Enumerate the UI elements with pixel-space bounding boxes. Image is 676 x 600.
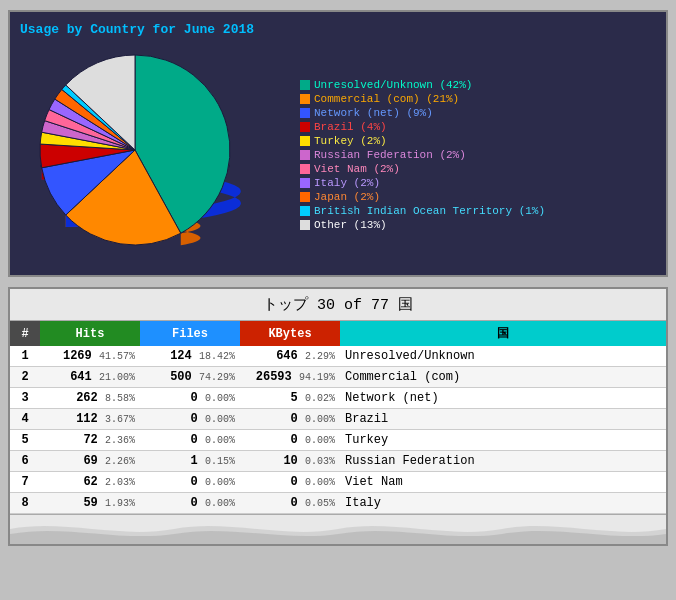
cell-hits: 59 1.93% <box>40 493 140 514</box>
table-row: 4 112 3.67% 0 0.00% 0 0.00% Brazil <box>10 409 666 430</box>
legend-label: Viet Nam (2%) <box>314 163 400 175</box>
chart-area: Unresolved/Unknown (42%)Commercial (com)… <box>20 45 656 265</box>
wave-decoration <box>10 514 666 544</box>
cell-files: 500 74.29% <box>140 367 240 388</box>
legend-label: Commercial (com) (21%) <box>314 93 459 105</box>
table-row: 2 641 21.00% 500 74.29% 26593 94.19% Com… <box>10 367 666 388</box>
col-rank: # <box>10 321 40 346</box>
table-row: 5 72 2.36% 0 0.00% 0 0.00% Turkey <box>10 430 666 451</box>
legend-label: British Indian Ocean Territory (1%) <box>314 205 545 217</box>
legend-item: Turkey (2%) <box>300 135 545 147</box>
cell-rank: 2 <box>10 367 40 388</box>
cell-files: 0 0.00% <box>140 472 240 493</box>
legend-item: Unresolved/Unknown (42%) <box>300 79 545 91</box>
cell-hits: 72 2.36% <box>40 430 140 451</box>
legend-color-box <box>300 108 310 118</box>
legend-item: Commercial (com) (21%) <box>300 93 545 105</box>
table-panel: トップ 30 of 77 国 # Hits Files KBytes 国 1 1… <box>8 287 668 546</box>
legend-label: Network (net) (9%) <box>314 107 433 119</box>
cell-country: Viet Nam <box>340 472 666 493</box>
legend-color-box <box>300 122 310 132</box>
cell-hits: 641 21.00% <box>40 367 140 388</box>
legend-item: Other (13%) <box>300 219 545 231</box>
legend-label: Russian Federation (2%) <box>314 149 466 161</box>
cell-rank: 7 <box>10 472 40 493</box>
table-row: 7 62 2.03% 0 0.00% 0 0.00% Viet Nam <box>10 472 666 493</box>
legend-color-box <box>300 164 310 174</box>
legend-label: Unresolved/Unknown (42%) <box>314 79 472 91</box>
cell-rank: 8 <box>10 493 40 514</box>
chart-panel: Usage by Country for June 2018 Unresolve… <box>8 10 668 277</box>
cell-kbytes: 0 0.00% <box>240 409 340 430</box>
cell-kbytes: 0 0.00% <box>240 430 340 451</box>
cell-rank: 4 <box>10 409 40 430</box>
legend-label: Other (13%) <box>314 219 387 231</box>
cell-country: Italy <box>340 493 666 514</box>
table-title: トップ 30 of 77 国 <box>10 289 666 321</box>
legend-item: Italy (2%) <box>300 177 545 189</box>
chart-title: Usage by Country for June 2018 <box>20 22 656 37</box>
cell-country: Russian Federation <box>340 451 666 472</box>
col-hits: Hits <box>40 321 140 346</box>
cell-kbytes: 0 0.00% <box>240 472 340 493</box>
stats-table: # Hits Files KBytes 国 1 1269 41.57% 124 … <box>10 321 666 514</box>
table-row: 1 1269 41.57% 124 18.42% 646 2.29% Unres… <box>10 346 666 367</box>
col-kbytes: KBytes <box>240 321 340 346</box>
cell-files: 0 0.00% <box>140 388 240 409</box>
cell-country: Brazil <box>340 409 666 430</box>
cell-country: Commercial (com) <box>340 367 666 388</box>
table-row: 3 262 8.58% 0 0.00% 5 0.02% Network (net… <box>10 388 666 409</box>
legend-label: Brazil (4%) <box>314 121 387 133</box>
legend-color-box <box>300 206 310 216</box>
cell-hits: 262 8.58% <box>40 388 140 409</box>
cell-country: Network (net) <box>340 388 666 409</box>
legend-color-box <box>300 220 310 230</box>
cell-rank: 6 <box>10 451 40 472</box>
cell-files: 1 0.15% <box>140 451 240 472</box>
legend-item: Russian Federation (2%) <box>300 149 545 161</box>
cell-rank: 3 <box>10 388 40 409</box>
cell-country: Turkey <box>340 430 666 451</box>
cell-files: 124 18.42% <box>140 346 240 367</box>
cell-files: 0 0.00% <box>140 409 240 430</box>
table-header-row: # Hits Files KBytes 国 <box>10 321 666 346</box>
chart-legend: Unresolved/Unknown (42%)Commercial (com)… <box>300 79 545 231</box>
cell-kbytes: 26593 94.19% <box>240 367 340 388</box>
col-files: Files <box>140 321 240 346</box>
legend-color-box <box>300 192 310 202</box>
col-country: 国 <box>340 321 666 346</box>
cell-hits: 62 2.03% <box>40 472 140 493</box>
cell-kbytes: 0 0.05% <box>240 493 340 514</box>
legend-color-box <box>300 94 310 104</box>
legend-color-box <box>300 80 310 90</box>
legend-item: Viet Nam (2%) <box>300 163 545 175</box>
cell-country: Unresolved/Unknown <box>340 346 666 367</box>
legend-color-box <box>300 150 310 160</box>
cell-hits: 1269 41.57% <box>40 346 140 367</box>
legend-item: Network (net) (9%) <box>300 107 545 119</box>
cell-files: 0 0.00% <box>140 493 240 514</box>
legend-label: Italy (2%) <box>314 177 380 189</box>
legend-item: Brazil (4%) <box>300 121 545 133</box>
legend-color-box <box>300 178 310 188</box>
cell-rank: 5 <box>10 430 40 451</box>
legend-color-box <box>300 136 310 146</box>
legend-label: Turkey (2%) <box>314 135 387 147</box>
cell-rank: 1 <box>10 346 40 367</box>
cell-files: 0 0.00% <box>140 430 240 451</box>
cell-kbytes: 10 0.03% <box>240 451 340 472</box>
legend-item: Japan (2%) <box>300 191 545 203</box>
table-row: 8 59 1.93% 0 0.00% 0 0.05% Italy <box>10 493 666 514</box>
legend-item: British Indian Ocean Territory (1%) <box>300 205 545 217</box>
table-row: 6 69 2.26% 1 0.15% 10 0.03% Russian Fede… <box>10 451 666 472</box>
cell-hits: 112 3.67% <box>40 409 140 430</box>
pie-chart <box>20 45 280 265</box>
legend-label: Japan (2%) <box>314 191 380 203</box>
cell-kbytes: 5 0.02% <box>240 388 340 409</box>
cell-kbytes: 646 2.29% <box>240 346 340 367</box>
cell-hits: 69 2.26% <box>40 451 140 472</box>
